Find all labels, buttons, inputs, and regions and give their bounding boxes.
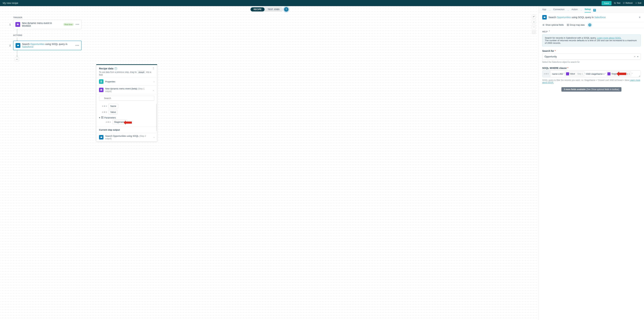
datapill-value[interactable]: Value <box>108 110 118 114</box>
tab-test-jobs[interactable]: TEST JOBS <box>265 7 283 12</box>
add-step-button[interactable]: + <box>15 57 19 61</box>
show-optional-button[interactable]: Show optional fields <box>542 24 564 26</box>
workbot-icon <box>16 22 20 27</box>
group-map-button[interactable]: Group map data <box>567 24 585 26</box>
undo-icon[interactable]: ↶ <box>532 15 536 19</box>
clear-icon[interactable]: × <box>634 55 636 58</box>
type-tag: A B C <box>542 70 550 77</box>
step-1-row: 1 New dynamic menu event in Workbot Real… <box>10 20 82 29</box>
current-step-label: Current step output <box>96 127 157 131</box>
actions-label: ACTIONS <box>13 34 82 36</box>
recipe-data-subtitle: To use data from a previous step, drag i… <box>99 70 154 76</box>
canvas-controls: ↶ + − ⛶ <box>532 15 536 34</box>
zoom-out-icon[interactable]: − <box>532 25 536 29</box>
salesforce-icon <box>542 15 547 20</box>
type-tag: A B C <box>102 105 107 107</box>
tab-action[interactable]: Action <box>572 8 578 12</box>
svg-rect-14 <box>102 116 103 117</box>
type-tag: A B C <box>102 111 107 113</box>
gear-icon <box>614 2 616 4</box>
step-2-menu-icon[interactable]: ••• <box>76 44 79 47</box>
chevron-down-icon[interactable]: ▾ <box>637 55 638 58</box>
step-2-text: Search Opportunities using SOQL query in… <box>22 43 74 48</box>
step-1-text: New dynamic menu event in Workbot <box>22 22 62 27</box>
connector <box>17 29 17 34</box>
recipe-data-panel: Recipe data ? To use data from a previou… <box>96 64 157 142</box>
svg-point-12 <box>101 88 102 89</box>
help-toggle[interactable]: HELP ⌃ <box>542 30 640 33</box>
svg-rect-13 <box>101 116 102 117</box>
exit-button[interactable]: Exit <box>635 2 641 4</box>
chevron-right-icon: › <box>154 136 154 139</box>
svg-point-2 <box>18 24 18 24</box>
tab-setup[interactable]: Setup <box>585 8 591 12</box>
arrow-right-icon: → <box>580 9 582 12</box>
resize-icon[interactable] <box>152 67 154 70</box>
more-fields-notice: 3 more fields available (See Show option… <box>542 87 640 92</box>
parameters-group[interactable]: ▾ Parameters <box>99 116 154 119</box>
eye-icon <box>542 24 545 26</box>
step-2-card[interactable]: Search Opportunities using SOQL query in… <box>13 41 82 50</box>
help-icon[interactable]: ? <box>284 7 288 12</box>
salesforce-icon <box>16 43 20 48</box>
svg-point-4 <box>18 23 18 24</box>
recipe-data-title: Recipe data ? <box>99 67 117 70</box>
flow-diagram: TRIGGER 1 New dynamic menu event in Work… <box>10 16 82 61</box>
recipe-canvas[interactable]: RECIPE TEST JOBS ? ↶ + − ⛶ TRIGGER 1 New… <box>0 6 539 320</box>
trigger-label: TRIGGER <box>13 16 82 18</box>
step-title: Search Opportunities using SOQL query in… <box>548 16 606 19</box>
app-header: My new recipe Save Test Refresh Exit <box>0 0 644 6</box>
refresh-button[interactable]: Refresh <box>623 2 633 4</box>
svg-point-9 <box>101 90 101 90</box>
svg-rect-6 <box>100 81 102 82</box>
arrow-right-icon: → <box>548 9 551 12</box>
red-arrow-annotation <box>124 120 132 124</box>
zoom-in-icon[interactable]: + <box>532 20 536 24</box>
datapill-name[interactable]: Name <box>108 104 118 108</box>
workbot-icon <box>608 72 610 76</box>
config-tabs: App → Connection → Action → Setup ? <box>539 6 644 13</box>
help-icon[interactable]: ? <box>114 67 117 70</box>
close-icon[interactable]: × <box>639 16 640 19</box>
red-arrow-annotation <box>617 72 626 76</box>
salesforce-icon <box>99 135 104 140</box>
search-for-select[interactable]: Opportunity × ▾ <box>542 53 640 60</box>
save-button[interactable]: Save <box>602 1 612 5</box>
columns-icon <box>567 24 569 26</box>
fit-icon[interactable]: ⛶ <box>532 30 536 34</box>
tab-recipe[interactable]: RECIPE <box>250 7 264 12</box>
svg-rect-7 <box>100 82 102 82</box>
workbot-icon <box>566 72 569 76</box>
svg-rect-16 <box>102 118 103 118</box>
chevron-down-icon: ⌄ <box>152 89 154 91</box>
resize-handle-icon[interactable] <box>639 76 640 77</box>
arrow-right-icon: → <box>567 9 569 12</box>
grid-icon <box>101 116 103 119</box>
tab-connection[interactable]: Connection <box>553 8 564 12</box>
step-1-card[interactable]: New dynamic menu event in Workbot Real-t… <box>13 20 82 29</box>
where-clause-field: SOQL WHERE clause * A B C name LIKE ' Va… <box>542 67 640 84</box>
step2-output-section[interactable]: Search Opportunities using SOQL (Step 2 … <box>96 133 157 142</box>
trigger-output-section[interactable]: New dynamic menu event (beta) (Step 1 ou… <box>96 86 157 94</box>
tab-app[interactable]: App <box>542 8 546 12</box>
help-icon[interactable]: ? <box>593 9 596 12</box>
scrollbar[interactable] <box>156 104 157 131</box>
realtime-badge: Real-time <box>63 23 74 26</box>
chevron-up-icon: ⌃ <box>548 30 550 33</box>
page-title: My new recipe <box>3 2 18 4</box>
step-1-menu-icon[interactable]: ••• <box>76 23 79 26</box>
test-button[interactable]: Test <box>614 2 620 4</box>
svg-point-10 <box>102 90 102 90</box>
step-title-row: Search Opportunities using SOQL query in… <box>539 13 644 22</box>
config-toolbar: Show optional fields Group map data ? <box>539 22 644 28</box>
datapill-value[interactable]: Value Step 1 <box>565 72 584 76</box>
svg-rect-18 <box>568 24 569 26</box>
svg-rect-15 <box>101 118 102 118</box>
properties-section[interactable]: Properties › <box>96 78 157 86</box>
search-input[interactable] <box>99 96 154 101</box>
workbot-icon <box>99 88 104 92</box>
svg-rect-8 <box>100 89 102 90</box>
search-for-field: Search for * Opportunity × ▾ Select the … <box>542 50 640 63</box>
help-icon[interactable]: ? <box>588 24 591 26</box>
step-2-number: 2 <box>10 44 11 47</box>
